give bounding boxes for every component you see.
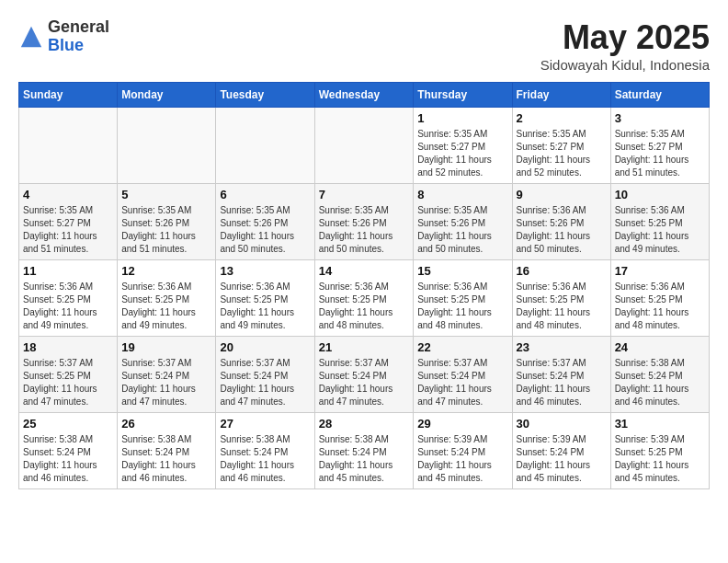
calendar-cell: 11Sunrise: 5:36 AM Sunset: 5:25 PM Dayli… — [19, 260, 118, 337]
day-info: Sunrise: 5:35 AM Sunset: 5:27 PM Dayligh… — [517, 128, 607, 179]
page-header: General Blue May 2025 Sidowayah Kidul, I… — [18, 18, 710, 73]
calendar-cell: 17Sunrise: 5:36 AM Sunset: 5:25 PM Dayli… — [610, 260, 709, 337]
calendar-cell: 5Sunrise: 5:35 AM Sunset: 5:26 PM Daylig… — [118, 184, 216, 260]
day-info: Sunrise: 5:35 AM Sunset: 5:27 PM Dayligh… — [23, 204, 113, 256]
day-number: 13 — [220, 264, 310, 278]
calendar-cell: 13Sunrise: 5:36 AM Sunset: 5:25 PM Dayli… — [216, 260, 314, 337]
day-info: Sunrise: 5:39 AM Sunset: 5:25 PM Dayligh… — [615, 433, 705, 485]
day-number: 24 — [615, 340, 705, 354]
day-info: Sunrise: 5:39 AM Sunset: 5:24 PM Dayligh… — [417, 433, 507, 485]
calendar-cell: 7Sunrise: 5:35 AM Sunset: 5:26 PM Daylig… — [314, 184, 414, 260]
calendar-cell: 19Sunrise: 5:37 AM Sunset: 5:24 PM Dayli… — [118, 337, 216, 413]
day-number: 6 — [220, 188, 310, 201]
calendar-cell: 23Sunrise: 5:37 AM Sunset: 5:24 PM Dayli… — [512, 337, 610, 413]
calendar-cell: 14Sunrise: 5:36 AM Sunset: 5:25 PM Dayli… — [314, 260, 414, 337]
calendar-cell: 1Sunrise: 5:35 AM Sunset: 5:27 PM Daylig… — [414, 108, 512, 184]
calendar-week-row: 18Sunrise: 5:37 AM Sunset: 5:25 PM Dayli… — [19, 337, 710, 413]
day-info: Sunrise: 5:38 AM Sunset: 5:24 PM Dayligh… — [220, 433, 310, 485]
day-number: 16 — [517, 264, 607, 278]
day-number: 14 — [319, 264, 410, 278]
calendar-cell: 15Sunrise: 5:36 AM Sunset: 5:25 PM Dayli… — [414, 260, 512, 337]
day-number: 31 — [615, 417, 705, 431]
calendar-cell: 3Sunrise: 5:35 AM Sunset: 5:27 PM Daylig… — [610, 108, 709, 184]
day-info: Sunrise: 5:36 AM Sunset: 5:25 PM Dayligh… — [220, 281, 310, 332]
calendar-cell: 9Sunrise: 5:36 AM Sunset: 5:26 PM Daylig… — [512, 184, 610, 260]
day-info: Sunrise: 5:35 AM Sunset: 5:26 PM Dayligh… — [417, 204, 507, 256]
calendar-cell — [19, 108, 118, 184]
calendar-cell — [314, 108, 414, 184]
location: Sidowayah Kidul, Indonesia — [540, 57, 710, 73]
day-info: Sunrise: 5:36 AM Sunset: 5:25 PM Dayligh… — [121, 281, 211, 332]
day-info: Sunrise: 5:37 AM Sunset: 5:24 PM Dayligh… — [220, 357, 310, 408]
day-info: Sunrise: 5:36 AM Sunset: 5:25 PM Dayligh… — [517, 281, 607, 332]
calendar-cell: 26Sunrise: 5:38 AM Sunset: 5:24 PM Dayli… — [118, 413, 216, 489]
day-number: 7 — [319, 188, 410, 201]
day-number: 4 — [23, 188, 113, 201]
calendar-cell: 18Sunrise: 5:37 AM Sunset: 5:25 PM Dayli… — [19, 337, 118, 413]
day-info: Sunrise: 5:36 AM Sunset: 5:25 PM Dayligh… — [319, 281, 410, 332]
calendar-cell: 24Sunrise: 5:38 AM Sunset: 5:24 PM Dayli… — [610, 337, 709, 413]
day-info: Sunrise: 5:37 AM Sunset: 5:24 PM Dayligh… — [121, 357, 211, 408]
calendar-cell: 29Sunrise: 5:39 AM Sunset: 5:24 PM Dayli… — [414, 413, 512, 489]
day-info: Sunrise: 5:36 AM Sunset: 5:25 PM Dayligh… — [417, 281, 507, 332]
calendar-week-row: 1Sunrise: 5:35 AM Sunset: 5:27 PM Daylig… — [19, 108, 710, 184]
calendar-cell: 28Sunrise: 5:38 AM Sunset: 5:24 PM Dayli… — [314, 413, 414, 489]
day-info: Sunrise: 5:35 AM Sunset: 5:26 PM Dayligh… — [319, 204, 410, 256]
calendar-week-row: 4Sunrise: 5:35 AM Sunset: 5:27 PM Daylig… — [19, 184, 710, 260]
day-info: Sunrise: 5:38 AM Sunset: 5:24 PM Dayligh… — [319, 433, 410, 485]
day-number: 11 — [23, 264, 113, 278]
day-number: 22 — [417, 340, 507, 354]
day-info: Sunrise: 5:38 AM Sunset: 5:24 PM Dayligh… — [121, 433, 211, 485]
logo: General Blue — [18, 18, 109, 55]
day-number: 19 — [121, 340, 211, 354]
day-number: 10 — [615, 188, 705, 201]
calendar-cell — [118, 108, 216, 184]
calendar-cell: 25Sunrise: 5:38 AM Sunset: 5:24 PM Dayli… — [19, 413, 118, 489]
calendar-cell: 21Sunrise: 5:37 AM Sunset: 5:24 PM Dayli… — [314, 337, 414, 413]
day-number: 27 — [220, 417, 310, 431]
day-number: 3 — [615, 111, 705, 125]
calendar-week-row: 25Sunrise: 5:38 AM Sunset: 5:24 PM Dayli… — [19, 413, 710, 489]
day-info: Sunrise: 5:35 AM Sunset: 5:27 PM Dayligh… — [615, 128, 705, 179]
day-number: 5 — [121, 188, 211, 201]
day-number: 29 — [417, 417, 507, 431]
weekday-header: Wednesday — [314, 83, 414, 108]
day-number: 1 — [417, 111, 507, 125]
weekday-header: Friday — [512, 83, 610, 108]
day-info: Sunrise: 5:35 AM Sunset: 5:26 PM Dayligh… — [121, 204, 211, 256]
weekday-header: Monday — [118, 83, 216, 108]
calendar-cell: 30Sunrise: 5:39 AM Sunset: 5:24 PM Dayli… — [512, 413, 610, 489]
day-number: 20 — [220, 340, 310, 354]
calendar-cell: 8Sunrise: 5:35 AM Sunset: 5:26 PM Daylig… — [414, 184, 512, 260]
calendar-cell: 12Sunrise: 5:36 AM Sunset: 5:25 PM Dayli… — [118, 260, 216, 337]
day-number: 25 — [23, 417, 113, 431]
day-info: Sunrise: 5:36 AM Sunset: 5:25 PM Dayligh… — [615, 204, 705, 256]
calendar-cell: 10Sunrise: 5:36 AM Sunset: 5:25 PM Dayli… — [610, 184, 709, 260]
day-info: Sunrise: 5:38 AM Sunset: 5:24 PM Dayligh… — [615, 357, 705, 408]
day-number: 21 — [319, 340, 410, 354]
day-info: Sunrise: 5:36 AM Sunset: 5:25 PM Dayligh… — [615, 281, 705, 332]
day-number: 28 — [319, 417, 410, 431]
day-number: 30 — [517, 417, 607, 431]
weekday-header: Thursday — [414, 83, 512, 108]
day-info: Sunrise: 5:39 AM Sunset: 5:24 PM Dayligh… — [517, 433, 607, 485]
day-number: 8 — [417, 188, 507, 201]
weekday-header: Tuesday — [216, 83, 314, 108]
calendar-week-row: 11Sunrise: 5:36 AM Sunset: 5:25 PM Dayli… — [19, 260, 710, 337]
day-number: 18 — [23, 340, 113, 354]
calendar-cell: 31Sunrise: 5:39 AM Sunset: 5:25 PM Dayli… — [610, 413, 709, 489]
logo-blue: Blue — [48, 37, 109, 55]
day-info: Sunrise: 5:38 AM Sunset: 5:24 PM Dayligh… — [23, 433, 113, 485]
day-number: 15 — [417, 264, 507, 278]
day-number: 2 — [517, 111, 607, 125]
logo-icon — [18, 24, 44, 50]
logo-text: General Blue — [48, 18, 109, 55]
month-title: May 2025 — [540, 18, 710, 57]
logo-general: General — [48, 18, 109, 37]
day-number: 23 — [517, 340, 607, 354]
calendar-cell: 22Sunrise: 5:37 AM Sunset: 5:24 PM Dayli… — [414, 337, 512, 413]
calendar-cell: 4Sunrise: 5:35 AM Sunset: 5:27 PM Daylig… — [19, 184, 118, 260]
calendar-cell — [216, 108, 314, 184]
weekday-header: Saturday — [610, 83, 709, 108]
day-info: Sunrise: 5:35 AM Sunset: 5:27 PM Dayligh… — [417, 128, 507, 179]
